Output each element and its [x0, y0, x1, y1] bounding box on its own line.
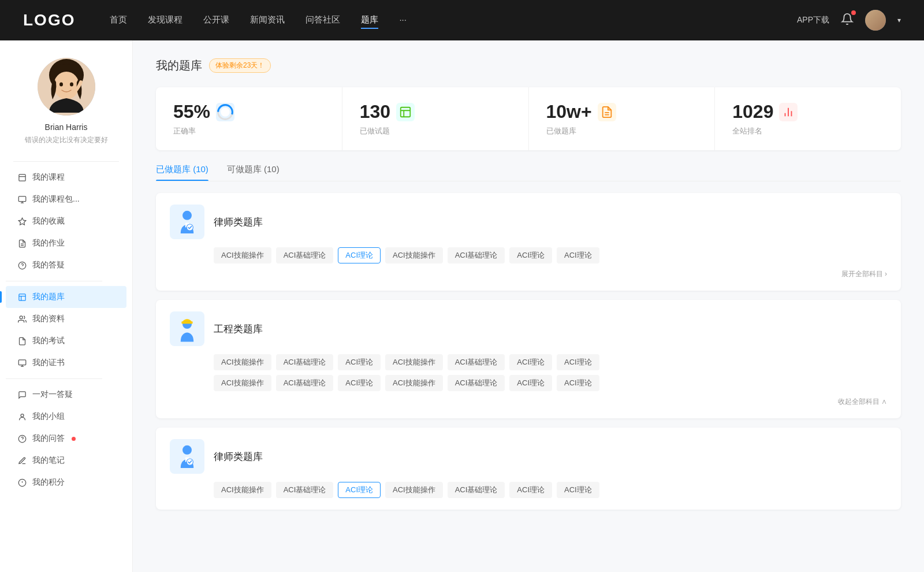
sidebar-one-on-one[interactable]: 一对一答疑 [6, 384, 126, 406]
qbank-tag[interactable]: ACI理论 [557, 354, 599, 370]
qbank-tag[interactable]: ACI基础理论 [448, 247, 505, 263]
accuracy-icon [216, 103, 234, 121]
qbank-tag[interactable]: ACI理论 [338, 354, 381, 370]
qbank-tag[interactable]: ACI技能操作 [385, 375, 443, 391]
app-download[interactable]: APP下载 [797, 15, 829, 25]
questions-badge [72, 437, 76, 441]
done-questions-icon [396, 103, 415, 121]
sidebar-my-certificate[interactable]: 我的证书 [6, 352, 126, 374]
qbank-header-lawyer-1: 律师类题库 [170, 205, 887, 239]
qbank-title-engineer: 工程类题库 [214, 322, 263, 336]
stat-top-done: 130 [360, 101, 511, 122]
sidebar-my-course[interactable]: 我的课程 [6, 166, 126, 188]
qbank-tag[interactable]: ACI基础理论 [276, 482, 334, 498]
sidebar-my-questions[interactable]: 我的问答 [6, 428, 126, 450]
qbank-tag[interactable]: ACI理论 [509, 482, 552, 498]
nav-more[interactable]: ··· [399, 12, 407, 29]
svg-point-3 [59, 83, 63, 87]
qbank-tag[interactable]: ACI理论 [338, 375, 381, 391]
notification-bell[interactable] [841, 13, 854, 28]
user-avatar[interactable] [865, 10, 886, 31]
star-icon [17, 217, 27, 226]
sidebar-my-profile[interactable]: 我的资料 [6, 308, 126, 330]
lawyer-icon-wrap [170, 205, 204, 239]
sidebar-my-qbank[interactable]: 我的题库 [6, 286, 126, 308]
my-homework-label: 我的作业 [32, 238, 65, 248]
navbar-right: APP下载 ▾ [797, 10, 901, 31]
svg-rect-19 [18, 359, 26, 365]
qbank-tag[interactable]: ACI技能操作 [214, 482, 271, 498]
nav-qa[interactable]: 问答社区 [305, 12, 340, 29]
svg-rect-7 [18, 196, 26, 201]
qbank-tag[interactable]: ACI理论 [509, 354, 552, 370]
qbank-tag[interactable]: ACI技能操作 [214, 247, 271, 263]
svg-rect-15 [18, 294, 25, 300]
notes-icon [17, 456, 27, 465]
nav-home[interactable]: 首页 [110, 12, 127, 29]
stat-label-banks: 已做题库 [546, 126, 698, 136]
divider-3 [6, 378, 102, 379]
my-course-pkg-label: 我的课程包... [32, 194, 80, 205]
certificate-icon [17, 358, 27, 367]
qbank-tag[interactable]: ACI技能操作 [214, 375, 271, 391]
stat-value-done: 130 [360, 101, 390, 122]
nav-opencourse[interactable]: 公开课 [203, 12, 229, 29]
sidebar-menu: 我的课程 我的课程包... 我的收藏 我的作业 [0, 166, 132, 493]
qbank-tag[interactable]: ACI基础理论 [276, 354, 334, 370]
collapse-engineer[interactable]: 收起全部科目 ∧ [170, 391, 887, 407]
stat-label-rank: 全站排名 [732, 126, 884, 136]
sidebar-my-notes[interactable]: 我的笔记 [6, 450, 126, 471]
qbank-tag[interactable]: ACI基础理论 [448, 375, 505, 391]
points-icon [17, 478, 27, 487]
qbank-tag-active[interactable]: ACI理论 [338, 247, 381, 263]
svg-rect-31 [401, 107, 411, 117]
tab-done[interactable]: 已做题库 (10) [156, 164, 208, 181]
sidebar-my-group[interactable]: 我的小组 [6, 406, 126, 428]
sidebar-my-exam[interactable]: 我的考试 [6, 330, 126, 352]
qbank-title-lawyer-2: 律师类题库 [214, 450, 263, 463]
tabs-bar: 已做题库 (10) 可做题库 (10) [156, 164, 901, 181]
qbank-tag[interactable]: ACI技能操作 [214, 354, 271, 370]
qbank-tag[interactable]: ACI理论 [557, 482, 599, 498]
qbank-tags-lawyer-1: ACI技能操作 ACI基础理论 ACI理论 ACI技能操作 ACI基础理论 AC… [170, 247, 887, 263]
my-course-label: 我的课程 [32, 172, 65, 183]
nav-news[interactable]: 新闻资讯 [250, 12, 285, 29]
qbank-tag[interactable]: ACI基础理论 [276, 247, 334, 263]
homework-icon [17, 239, 27, 248]
qbank-tag[interactable]: ACI基础理论 [448, 354, 505, 370]
divider-2 [6, 281, 102, 281]
stat-top-accuracy: 55% [173, 101, 325, 122]
qbank-tag[interactable]: ACI理论 [557, 247, 599, 263]
tab-available[interactable]: 可做题库 (10) [227, 164, 280, 181]
sidebar-my-points[interactable]: 我的积分 [6, 471, 126, 493]
sidebar-my-course-pkg[interactable]: 我的课程包... [6, 188, 126, 210]
sidebar-my-qa[interactable]: 我的答疑 [6, 254, 126, 276]
qbank-tag[interactable]: ACI技能操作 [385, 354, 443, 370]
qbank-tag[interactable]: ACI技能操作 [385, 482, 443, 498]
nav-questionbank[interactable]: 题库 [361, 12, 378, 29]
qbank-tags-engineer-row1: ACI技能操作 ACI基础理论 ACI理论 ACI技能操作 ACI基础理论 AC… [170, 354, 887, 370]
group-icon [17, 412, 27, 421]
avatar-chevron[interactable]: ▾ [897, 16, 901, 24]
qbank-tag[interactable]: ACI理论 [557, 375, 599, 391]
qbank-card-lawyer-1: 律师类题库 ACI技能操作 ACI基础理论 ACI理论 ACI技能操作 ACI基… [156, 193, 901, 291]
main-layout: Brian Harris 错误的决定比没有决定要好 我的课程 我的课程包... [0, 40, 924, 572]
qbank-tag[interactable]: ACI理论 [509, 375, 552, 391]
qbank-tag[interactable]: ACI基础理论 [448, 482, 505, 498]
logo[interactable]: LOGO [23, 11, 75, 29]
qbank-tag[interactable]: ACI基础理论 [276, 375, 334, 391]
svg-point-30 [221, 107, 230, 117]
sidebar-my-favorites[interactable]: 我的收藏 [6, 210, 126, 232]
my-favorites-label: 我的收藏 [32, 216, 65, 226]
expand-lawyer-1[interactable]: 展开全部科目 › [170, 263, 887, 279]
nav-discover[interactable]: 发现课程 [148, 12, 182, 29]
one-on-one-icon [17, 390, 27, 399]
my-questions-label: 我的问答 [32, 433, 65, 444]
nav-menu: 首页 发现课程 公开课 新闻资讯 问答社区 题库 ··· [110, 12, 797, 29]
stat-value-banks: 10w+ [546, 101, 592, 122]
qbank-tag-active[interactable]: ACI理论 [338, 482, 381, 498]
sidebar-my-homework[interactable]: 我的作业 [6, 232, 126, 254]
qbank-tag[interactable]: ACI技能操作 [385, 247, 443, 263]
qbank-tag[interactable]: ACI理论 [509, 247, 552, 263]
my-certificate-label: 我的证书 [32, 358, 65, 368]
